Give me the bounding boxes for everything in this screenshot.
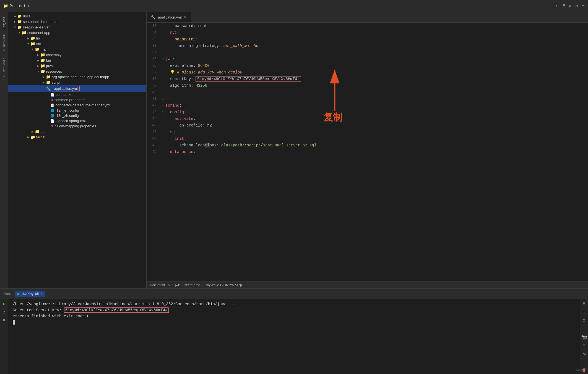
code-editor[interactable]: 30 password: root 31 mvc: 32 pathmatch: …: [147, 23, 588, 281]
collapse-arrow: ▶: [13, 20, 17, 23]
code-line-48: 48 schema-locations: classpath*:script/s…: [147, 142, 588, 149]
project-panel: ▶ 📁 docs ▶ 📁 seatunnel-datasource ▼ 📁 se…: [8, 12, 147, 288]
fold-button[interactable]: ⊟: [162, 102, 164, 109]
print-icon[interactable]: 🖨: [581, 350, 587, 357]
code-line-46: 46 sql:: [147, 129, 588, 135]
code-line-40: 40: [147, 89, 588, 96]
folder-icon: 📁: [46, 80, 51, 85]
settings-icon[interactable]: ⚙: [581, 317, 587, 324]
tree-item-docs[interactable]: ▶ 📁 docs: [8, 13, 146, 19]
terminal-line-4: Process finished with exit code 0: [13, 313, 575, 319]
tree-item-logback-xml[interactable]: 📄 logback-spring.xml: [8, 118, 146, 123]
code-line-43: 43 ⊟ config:: [147, 109, 588, 115]
tree-item-connector-yml[interactable]: 📋 connector-datasource-mapper.yml: [8, 102, 146, 108]
run-icon: ▶: [17, 292, 20, 296]
tree-item-src[interactable]: ▼ 📁 src: [8, 41, 146, 46]
terminal-line-2: Generated Secret Key: 6ioyWd/49GlOfZYWzX…: [13, 307, 575, 313]
terminal-area: ▶ ↺ ■ ↑ ↓ /Users/yanglinwei/Library/Java…: [0, 299, 588, 374]
fold-button[interactable]: ⊟: [162, 109, 164, 115]
watermark: znwx.cn: [572, 368, 585, 372]
code-line-47: 47 init:: [147, 135, 588, 142]
editor-tab-application-yml[interactable]: 🔧 application.yml ✕: [147, 12, 191, 22]
tree-item-seatunnel-server[interactable]: ▼ 📁 seatunnel-server: [8, 24, 146, 30]
collapse-icon[interactable]: ≡: [563, 3, 565, 9]
fold-button[interactable]: ⊟: [162, 56, 164, 62]
bottom-panel: Run: ▶ JwtKeyUtil ✕ ▶ ↺ ■ ↑ ↓ /Users/yan…: [0, 288, 588, 374]
scroll-down-button[interactable]: ↓: [1, 342, 7, 349]
tree-item-bin[interactable]: ▶ 📁 bin: [8, 57, 146, 63]
tree-item-org-apache[interactable]: ▶ 📁 org.apache.seatunnel.app.dal.mapp: [8, 74, 146, 80]
tree-item-main[interactable]: ▼ 📁 main: [8, 46, 146, 52]
folder-icon: 📁: [17, 19, 22, 24]
fold-button[interactable]: ⊟: [162, 96, 164, 102]
stop-button[interactable]: ■: [1, 317, 7, 324]
camera-icon[interactable]: 📷: [581, 334, 587, 340]
txt-file-icon: 📄: [50, 93, 54, 97]
locate-icon[interactable]: ⊕: [556, 3, 559, 9]
sidebar-item-pull-requests[interactable]: Pull Requests: [1, 55, 7, 83]
close-tab-button[interactable]: ✕: [40, 292, 43, 296]
tree-item-resources[interactable]: ▼ 📁 resources: [8, 69, 146, 74]
code-line-49: 49 datasource:: [147, 149, 588, 155]
tree-item-plugin-mapping[interactable]: ⚙ plugin-mapping.properties: [8, 123, 146, 129]
collapse-arrow: ▶: [41, 75, 46, 78]
tab-jwtkey-util[interactable]: ▶ JwtKeyUtil ✕: [15, 291, 45, 297]
filter-icon[interactable]: ⊞: [581, 309, 587, 315]
tree-item-seatunnel-app[interactable]: ▼ 📁 seatunnel-app: [8, 30, 146, 35]
tree-item-test[interactable]: ▶ 📁 test: [8, 129, 146, 134]
tab-close-button[interactable]: ✕: [184, 15, 186, 19]
tab-label: JwtKeyUtil: [22, 292, 39, 296]
tree-item-assembly[interactable]: ▶ 📁 assembly: [8, 52, 146, 57]
tree-item-i18n-en[interactable]: 🌐 i18n_en.config: [8, 108, 146, 113]
folder-orange-icon: 📁: [30, 135, 35, 139]
tab-label: application.yml: [158, 15, 182, 19]
dropdown-icon[interactable]: ▼: [28, 4, 30, 8]
minimize-icon[interactable]: −: [582, 3, 585, 9]
file-tree: ▶ 📁 docs ▶ 📁 seatunnel-datasource ▼ 📁 se…: [8, 12, 146, 288]
folder-icon: 📁: [40, 58, 45, 62]
folder-icon: 📁: [40, 69, 45, 73]
code-line-41: 41 ⊟ ---: [147, 96, 588, 102]
collapse-arrow: ▶: [36, 64, 40, 67]
scroll-up-button[interactable]: ↑: [1, 334, 7, 340]
expand-arrow: ▼: [13, 26, 17, 29]
run-label: Run:: [3, 292, 11, 296]
tree-item-java[interactable]: ▶ 📁 java: [8, 63, 146, 69]
tree-item-script[interactable]: ▶ 📁 script: [8, 80, 146, 85]
tree-item-banner-txt[interactable]: 📄 banner.txt: [8, 92, 146, 97]
tree-item-application-yml[interactable]: 🔧 application.yml: [8, 85, 146, 92]
tree-item-i18n-zh[interactable]: 🌐 i18n_zh.config: [8, 113, 146, 118]
collapse-arrow: ▶: [41, 81, 46, 84]
tree-item-seatunnel-datasource[interactable]: ▶ 📁 seatunnel-datasource: [8, 19, 146, 24]
main-area: Project DB Browser Pull Requests ▶ 📁 doc…: [0, 12, 588, 288]
code-line-37: 37 💡 # please add key when deploy: [147, 69, 588, 76]
code-line-44: 44 activate:: [147, 115, 588, 122]
top-bar: 📁 Project ▼ ⊕ ≡ ⇄ ⚙ −: [0, 0, 588, 12]
left-sidebar: Project DB Browser Pull Requests: [0, 12, 8, 288]
xml-file-icon: 📄: [50, 119, 54, 123]
settings-icon[interactable]: ⚙: [576, 3, 578, 9]
yaml-file-icon: 🔧: [46, 86, 51, 91]
cursor: [13, 320, 15, 325]
collapse-arrow: ▶: [36, 53, 40, 56]
code-line-33: 33 matching-strategy: ant_path_matcher: [147, 43, 588, 49]
tree-item-common-properties[interactable]: ⚙ common.properties: [8, 97, 146, 102]
expand-arrow: ▼: [36, 70, 40, 73]
run-button[interactable]: ▶: [1, 301, 7, 307]
folder-icon: 📁: [40, 52, 45, 57]
tree-item-lib[interactable]: ▶ 📁 lib: [8, 35, 146, 41]
wrap-icon[interactable]: ≡: [581, 301, 587, 307]
expand-icon[interactable]: ⇄: [569, 3, 572, 9]
sidebar-item-db-browser[interactable]: DB Browser: [1, 32, 7, 55]
tree-item-target[interactable]: ▶ 📁 target: [8, 134, 146, 140]
collapse-arrow: ▶: [36, 59, 40, 62]
code-line-36: 36 expireTime: 86400: [147, 62, 588, 69]
terminal-controls-left: ▶ ↺ ■ ↑ ↓: [0, 299, 8, 374]
code-line-35: 35 ⊟ jwt:: [147, 56, 588, 62]
folder-icon: 📁: [40, 64, 45, 68]
project-panel-title: 📁 Project ▼: [3, 4, 29, 8]
sidebar-item-project[interactable]: Project: [1, 14, 7, 31]
code-line-38: 38 secretKey: 6ioyWd/49GlOfZYWzX7pZ6VU9U…: [147, 76, 588, 82]
rerun-button[interactable]: ↺: [1, 309, 7, 315]
import-icon[interactable]: ⬆: [581, 342, 587, 349]
